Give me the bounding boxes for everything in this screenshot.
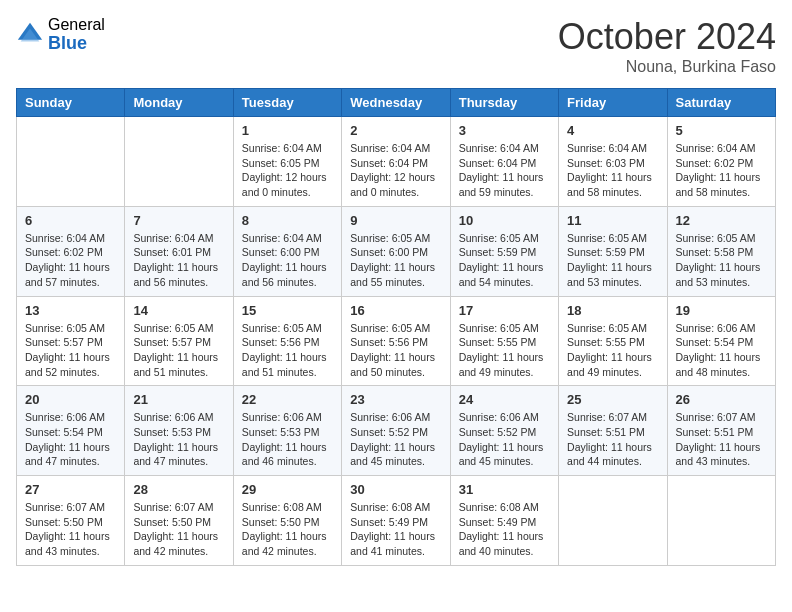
daylight-label: Daylight: 11 hours and 48 minutes. [676, 351, 761, 378]
day-info: Sunrise: 6:07 AM Sunset: 5:51 PM Dayligh… [676, 410, 767, 469]
calendar-week-row: 20 Sunrise: 6:06 AM Sunset: 5:54 PM Dayl… [17, 386, 776, 476]
daylight-label: Daylight: 11 hours and 50 minutes. [350, 351, 435, 378]
daylight-label: Daylight: 11 hours and 56 minutes. [242, 261, 327, 288]
calendar-cell: 7 Sunrise: 6:04 AM Sunset: 6:01 PM Dayli… [125, 206, 233, 296]
day-info: Sunrise: 6:06 AM Sunset: 5:52 PM Dayligh… [459, 410, 550, 469]
day-number: 2 [350, 123, 441, 138]
calendar-cell: 27 Sunrise: 6:07 AM Sunset: 5:50 PM Dayl… [17, 476, 125, 566]
sunrise-label: Sunrise: 6:04 AM [25, 232, 105, 244]
day-number: 29 [242, 482, 333, 497]
calendar-cell: 10 Sunrise: 6:05 AM Sunset: 5:59 PM Dayl… [450, 206, 558, 296]
day-number: 19 [676, 303, 767, 318]
calendar-cell: 17 Sunrise: 6:05 AM Sunset: 5:55 PM Dayl… [450, 296, 558, 386]
calendar-cell: 29 Sunrise: 6:08 AM Sunset: 5:50 PM Dayl… [233, 476, 341, 566]
sunrise-label: Sunrise: 6:04 AM [133, 232, 213, 244]
column-header-wednesday: Wednesday [342, 89, 450, 117]
calendar-cell: 20 Sunrise: 6:06 AM Sunset: 5:54 PM Dayl… [17, 386, 125, 476]
calendar-cell: 22 Sunrise: 6:06 AM Sunset: 5:53 PM Dayl… [233, 386, 341, 476]
sunset-label: Sunset: 6:00 PM [350, 246, 428, 258]
sunset-label: Sunset: 5:55 PM [567, 336, 645, 348]
header: General Blue October 2024 Nouna, Burkina… [16, 16, 776, 76]
daylight-label: Daylight: 11 hours and 58 minutes. [567, 171, 652, 198]
sunset-label: Sunset: 6:02 PM [25, 246, 103, 258]
sunset-label: Sunset: 6:04 PM [350, 157, 428, 169]
sunset-label: Sunset: 5:55 PM [459, 336, 537, 348]
day-info: Sunrise: 6:05 AM Sunset: 5:55 PM Dayligh… [459, 321, 550, 380]
calendar-cell: 8 Sunrise: 6:04 AM Sunset: 6:00 PM Dayli… [233, 206, 341, 296]
logo-blue: Blue [48, 34, 105, 54]
day-number: 4 [567, 123, 658, 138]
calendar-cell: 4 Sunrise: 6:04 AM Sunset: 6:03 PM Dayli… [559, 117, 667, 207]
calendar-week-row: 6 Sunrise: 6:04 AM Sunset: 6:02 PM Dayli… [17, 206, 776, 296]
sunrise-label: Sunrise: 6:05 AM [567, 322, 647, 334]
sunrise-label: Sunrise: 6:04 AM [242, 142, 322, 154]
daylight-label: Daylight: 11 hours and 45 minutes. [459, 441, 544, 468]
calendar-cell: 19 Sunrise: 6:06 AM Sunset: 5:54 PM Dayl… [667, 296, 775, 386]
day-number: 3 [459, 123, 550, 138]
daylight-label: Daylight: 11 hours and 59 minutes. [459, 171, 544, 198]
sunrise-label: Sunrise: 6:06 AM [676, 322, 756, 334]
sunset-label: Sunset: 5:53 PM [133, 426, 211, 438]
calendar-cell: 26 Sunrise: 6:07 AM Sunset: 5:51 PM Dayl… [667, 386, 775, 476]
day-info: Sunrise: 6:05 AM Sunset: 5:59 PM Dayligh… [459, 231, 550, 290]
day-number: 21 [133, 392, 224, 407]
sunrise-label: Sunrise: 6:05 AM [567, 232, 647, 244]
sunrise-label: Sunrise: 6:07 AM [25, 501, 105, 513]
day-number: 25 [567, 392, 658, 407]
title-block: October 2024 Nouna, Burkina Faso [558, 16, 776, 76]
daylight-label: Daylight: 11 hours and 54 minutes. [459, 261, 544, 288]
daylight-label: Daylight: 11 hours and 52 minutes. [25, 351, 110, 378]
sunset-label: Sunset: 5:58 PM [676, 246, 754, 258]
sunset-label: Sunset: 5:57 PM [133, 336, 211, 348]
sunset-label: Sunset: 5:49 PM [459, 516, 537, 528]
sunset-label: Sunset: 6:00 PM [242, 246, 320, 258]
sunrise-label: Sunrise: 6:06 AM [25, 411, 105, 423]
sunset-label: Sunset: 5:51 PM [676, 426, 754, 438]
calendar-cell: 28 Sunrise: 6:07 AM Sunset: 5:50 PM Dayl… [125, 476, 233, 566]
sunset-label: Sunset: 6:01 PM [133, 246, 211, 258]
day-info: Sunrise: 6:05 AM Sunset: 6:00 PM Dayligh… [350, 231, 441, 290]
calendar-week-row: 13 Sunrise: 6:05 AM Sunset: 5:57 PM Dayl… [17, 296, 776, 386]
daylight-label: Daylight: 11 hours and 56 minutes. [133, 261, 218, 288]
day-info: Sunrise: 6:06 AM Sunset: 5:54 PM Dayligh… [25, 410, 116, 469]
sunrise-label: Sunrise: 6:04 AM [459, 142, 539, 154]
day-number: 20 [25, 392, 116, 407]
daylight-label: Daylight: 11 hours and 43 minutes. [676, 441, 761, 468]
calendar: SundayMondayTuesdayWednesdayThursdayFrid… [16, 88, 776, 566]
day-info: Sunrise: 6:04 AM Sunset: 6:01 PM Dayligh… [133, 231, 224, 290]
day-info: Sunrise: 6:05 AM Sunset: 5:56 PM Dayligh… [242, 321, 333, 380]
logo-icon [16, 21, 44, 49]
sunrise-label: Sunrise: 6:06 AM [459, 411, 539, 423]
daylight-label: Daylight: 11 hours and 51 minutes. [133, 351, 218, 378]
sunrise-label: Sunrise: 6:05 AM [242, 322, 322, 334]
daylight-label: Daylight: 11 hours and 43 minutes. [25, 530, 110, 557]
daylight-label: Daylight: 11 hours and 42 minutes. [133, 530, 218, 557]
day-number: 28 [133, 482, 224, 497]
calendar-cell: 11 Sunrise: 6:05 AM Sunset: 5:59 PM Dayl… [559, 206, 667, 296]
day-info: Sunrise: 6:05 AM Sunset: 5:58 PM Dayligh… [676, 231, 767, 290]
sunset-label: Sunset: 6:02 PM [676, 157, 754, 169]
day-number: 14 [133, 303, 224, 318]
day-info: Sunrise: 6:07 AM Sunset: 5:50 PM Dayligh… [25, 500, 116, 559]
calendar-cell: 15 Sunrise: 6:05 AM Sunset: 5:56 PM Dayl… [233, 296, 341, 386]
day-number: 24 [459, 392, 550, 407]
day-number: 27 [25, 482, 116, 497]
calendar-cell: 25 Sunrise: 6:07 AM Sunset: 5:51 PM Dayl… [559, 386, 667, 476]
sunset-label: Sunset: 6:05 PM [242, 157, 320, 169]
day-info: Sunrise: 6:08 AM Sunset: 5:50 PM Dayligh… [242, 500, 333, 559]
column-header-tuesday: Tuesday [233, 89, 341, 117]
day-number: 17 [459, 303, 550, 318]
sunset-label: Sunset: 5:54 PM [676, 336, 754, 348]
column-header-thursday: Thursday [450, 89, 558, 117]
day-info: Sunrise: 6:04 AM Sunset: 6:03 PM Dayligh… [567, 141, 658, 200]
sunrise-label: Sunrise: 6:05 AM [133, 322, 213, 334]
sunrise-label: Sunrise: 6:08 AM [459, 501, 539, 513]
day-number: 8 [242, 213, 333, 228]
sunrise-label: Sunrise: 6:05 AM [676, 232, 756, 244]
calendar-cell: 3 Sunrise: 6:04 AM Sunset: 6:04 PM Dayli… [450, 117, 558, 207]
calendar-cell [125, 117, 233, 207]
calendar-cell: 5 Sunrise: 6:04 AM Sunset: 6:02 PM Dayli… [667, 117, 775, 207]
day-number: 1 [242, 123, 333, 138]
daylight-label: Daylight: 11 hours and 40 minutes. [459, 530, 544, 557]
sunrise-label: Sunrise: 6:05 AM [459, 232, 539, 244]
